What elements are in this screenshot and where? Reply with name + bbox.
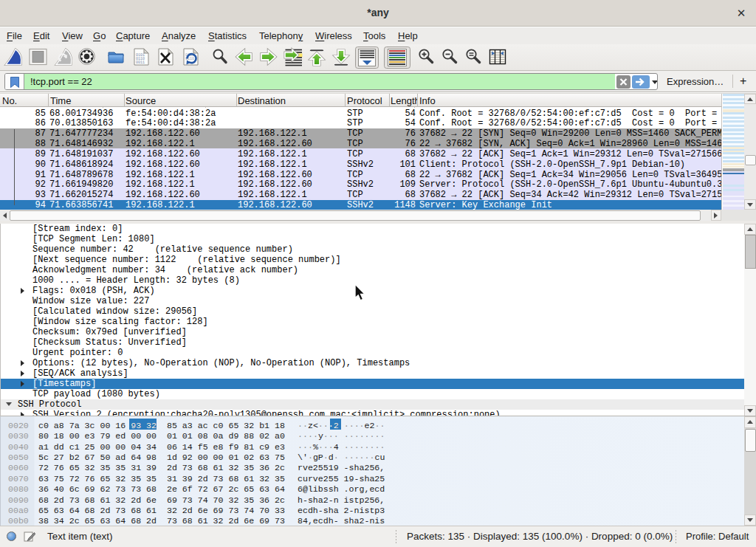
svg-text:0011: 0011	[136, 61, 145, 65]
